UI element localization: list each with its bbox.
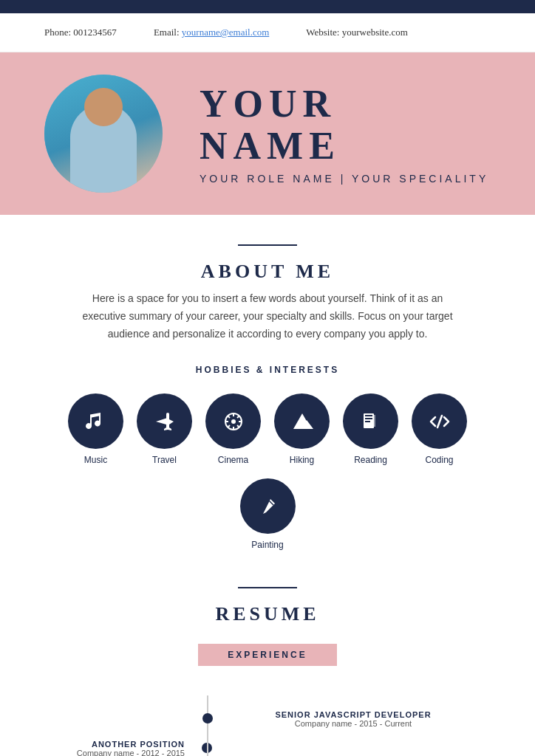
contact-bar: Phone: 001234567 Email: yourname@email.c… [0, 13, 535, 52]
about-me-section: ABOUT ME Here is a space for you to inse… [0, 215, 535, 580]
senior-dev-title: SENIOR JAVASCRIPT DEVELOPER [231, 710, 476, 719]
hero-text: YOUR NAME YOUR ROLE NAME | YOUR SPECIALI… [200, 83, 491, 185]
cinema-label: Cinema [218, 455, 248, 465]
avatar-image [44, 75, 163, 193]
reading-icon [343, 394, 398, 449]
hobby-music: Music [68, 394, 123, 465]
avatar [44, 75, 163, 193]
hobby-travel: Travel [137, 394, 192, 465]
top-bar [0, 0, 535, 13]
hobbies-title: HOBBIES & INTERESTS [59, 365, 476, 375]
experience-timeline: ANOTHER POSITION Company name - 2012 - 2… [59, 695, 476, 756]
svg-rect-15 [365, 421, 370, 422]
hero-name: YOUR NAME [200, 83, 491, 167]
painting-label: Painting [251, 540, 283, 550]
another-position-subtitle: Company name - 2012 - 2015 [59, 749, 185, 756]
reading-label: Reading [354, 455, 387, 465]
experience-badge: EXPERIENCE [198, 644, 336, 666]
email-link[interactable]: yourname@email.com [182, 27, 269, 38]
hero-section: YOUR NAME YOUR ROLE NAME | YOUR SPECIALI… [0, 52, 535, 215]
music-icon [68, 394, 123, 449]
resume-section: RESUME EXPERIENCE ANOTHER POSITION Compa… [0, 580, 535, 756]
hero-role: YOUR ROLE NAME | YOUR SPECIALITY [200, 173, 491, 185]
timeline-item-left: ANOTHER POSITION Company name - 2012 - 2… [59, 740, 185, 756]
hiking-icon [274, 394, 330, 449]
website-info: Website: yourwebsite.com [306, 27, 408, 38]
painting-icon [240, 478, 296, 534]
resume-title: RESUME [59, 603, 476, 625]
svg-line-6 [228, 416, 230, 418]
phone-info: Phone: 001234567 [44, 27, 117, 38]
timeline-item-right: SENIOR JAVASCRIPT DEVELOPER Company name… [231, 710, 476, 756]
hiking-label: Hiking [290, 455, 314, 465]
svg-line-9 [228, 425, 230, 427]
timeline-right-col: SENIOR JAVASCRIPT DEVELOPER Company name… [207, 695, 476, 756]
hobby-reading: Reading [343, 394, 398, 465]
music-label: Music [84, 455, 107, 465]
svg-rect-13 [365, 415, 372, 416]
senior-dev-subtitle: Company name - 2015 - Current [231, 719, 476, 728]
svg-line-8 [237, 416, 239, 418]
resume-divider [238, 587, 297, 588]
hobbies-row: Music Travel [59, 394, 476, 550]
timeline-dot-right [202, 713, 213, 724]
email-info: Email: yourname@email.com [154, 27, 269, 38]
hobby-painting: Painting [240, 478, 296, 550]
cinema-icon [205, 394, 261, 449]
coding-label: Coding [425, 455, 453, 465]
svg-rect-14 [365, 418, 372, 419]
about-me-text: Here is a space for you to insert a few … [75, 290, 460, 343]
hobby-cinema: Cinema [205, 394, 261, 465]
hobby-hiking: Hiking [274, 394, 330, 465]
travel-icon [137, 394, 192, 449]
another-position-title: ANOTHER POSITION [59, 740, 185, 749]
section-divider [238, 244, 297, 246]
timeline-left-col: ANOTHER POSITION Company name - 2012 - 2… [59, 695, 207, 756]
svg-line-7 [237, 425, 239, 427]
travel-label: Travel [152, 455, 177, 465]
svg-point-1 [231, 419, 236, 424]
svg-rect-16 [374, 415, 375, 427]
about-me-title: ABOUT ME [59, 261, 476, 283]
coding-icon [412, 394, 467, 449]
hobby-coding: Coding [412, 394, 467, 465]
svg-line-17 [437, 416, 442, 427]
